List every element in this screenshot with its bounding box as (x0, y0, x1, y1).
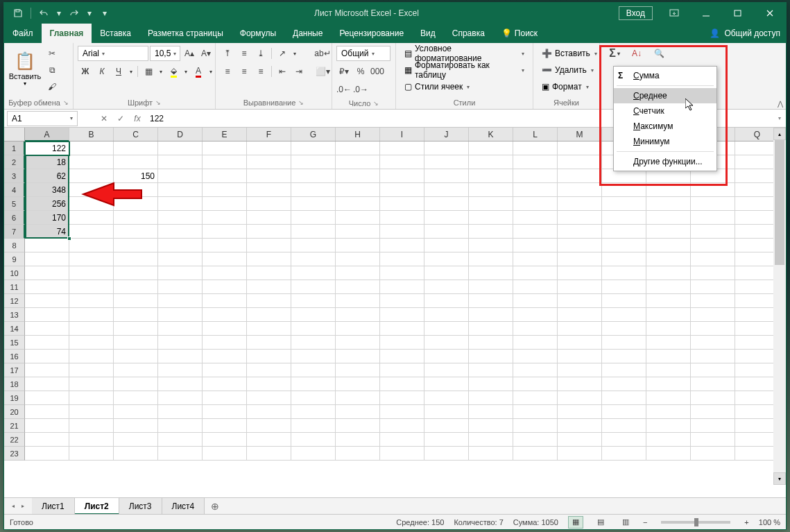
cell[interactable] (69, 266, 114, 280)
cell[interactable] (291, 363, 336, 377)
column-header[interactable]: B (69, 128, 114, 141)
cell[interactable] (513, 405, 558, 419)
view-page-layout-icon[interactable]: ▤ (593, 516, 608, 529)
column-header[interactable]: A (25, 128, 69, 141)
orientation-dropdown-icon[interactable]: ▾ (291, 46, 298, 61)
dialog-launcher-icon[interactable]: ↘ (298, 99, 304, 106)
cell[interactable] (336, 169, 380, 183)
cell[interactable] (336, 294, 380, 308)
cell[interactable] (25, 391, 69, 405)
cell[interactable] (424, 336, 469, 350)
cell[interactable] (602, 447, 646, 461)
cell[interactable] (336, 350, 380, 363)
cell[interactable] (247, 308, 291, 322)
cell[interactable] (469, 294, 513, 308)
zoom-in-button[interactable]: + (744, 518, 748, 526)
cell[interactable] (513, 363, 558, 377)
cell[interactable] (25, 350, 69, 363)
borders-icon[interactable]: ▦ (141, 64, 156, 79)
cell[interactable] (336, 377, 380, 391)
cell[interactable] (469, 183, 513, 197)
cell[interactable] (291, 183, 336, 197)
cell[interactable] (602, 197, 646, 211)
cell[interactable] (291, 419, 336, 433)
undo-icon[interactable] (34, 5, 53, 22)
cell[interactable] (158, 141, 203, 155)
cell[interactable] (558, 183, 602, 197)
cell[interactable] (336, 391, 380, 405)
cell[interactable] (469, 350, 513, 363)
cell[interactable] (336, 183, 380, 197)
cell[interactable] (691, 239, 735, 252)
cell[interactable] (513, 419, 558, 433)
cell[interactable] (247, 155, 291, 169)
cell[interactable] (424, 433, 469, 447)
cell[interactable] (291, 294, 336, 308)
cell[interactable] (691, 350, 735, 363)
cell[interactable] (25, 308, 69, 322)
maximize-icon[interactable] (722, 3, 754, 24)
cell[interactable] (602, 322, 646, 336)
fill-color-dropdown-icon[interactable]: ▾ (182, 64, 189, 79)
sheet-tab[interactable]: Лист4 (162, 498, 205, 515)
cell[interactable] (158, 391, 203, 405)
merge-center-icon[interactable]: ⬜▾ (312, 64, 333, 79)
cell[interactable] (114, 280, 158, 294)
cell[interactable] (203, 336, 247, 350)
menu-item-average[interactable]: Среднее (614, 88, 716, 103)
cell[interactable] (691, 363, 735, 377)
cell[interactable] (513, 252, 558, 266)
borders-dropdown-icon[interactable]: ▾ (157, 64, 164, 79)
sort-filter-icon[interactable]: A↓ (626, 46, 647, 61)
cell[interactable] (291, 280, 336, 294)
cell[interactable] (203, 141, 247, 155)
cell[interactable] (336, 252, 380, 266)
cell[interactable] (424, 266, 469, 280)
cell[interactable] (25, 433, 69, 447)
cell[interactable] (424, 377, 469, 391)
ribbon-options-icon[interactable] (658, 3, 690, 24)
cell[interactable] (513, 169, 558, 183)
cell[interactable] (646, 419, 691, 433)
cell[interactable]: 150 (114, 169, 158, 183)
cell[interactable] (602, 336, 646, 350)
cell[interactable] (424, 280, 469, 294)
cell[interactable] (646, 377, 691, 391)
cell[interactable] (336, 419, 380, 433)
cell[interactable] (380, 280, 424, 294)
cell[interactable] (291, 225, 336, 239)
cell[interactable] (558, 169, 602, 183)
cell[interactable] (646, 280, 691, 294)
view-page-break-icon[interactable]: ▥ (618, 516, 633, 529)
cell[interactable] (114, 377, 158, 391)
cell[interactable] (558, 336, 602, 350)
cell[interactable] (602, 294, 646, 308)
cell[interactable] (424, 225, 469, 239)
zoom-level[interactable]: 100 % (759, 518, 780, 526)
cell[interactable] (424, 308, 469, 322)
cut-icon[interactable]: ✂ (44, 46, 60, 61)
cell[interactable] (602, 308, 646, 322)
row-header[interactable]: 1 (4, 141, 25, 155)
cell[interactable] (25, 322, 69, 336)
cell[interactable] (158, 447, 203, 461)
cell[interactable] (691, 322, 735, 336)
cell[interactable] (602, 169, 646, 183)
row-header[interactable]: 4 (4, 183, 25, 197)
cell[interactable] (291, 211, 336, 225)
cell[interactable] (424, 252, 469, 266)
cell[interactable] (69, 239, 114, 252)
cell[interactable] (69, 280, 114, 294)
tell-me-search[interactable]: 💡Поиск (493, 24, 546, 43)
column-header[interactable]: M (558, 128, 602, 141)
menu-item-sum[interactable]: Σ Сумма (614, 68, 716, 83)
cell[interactable] (336, 225, 380, 239)
cell[interactable] (336, 280, 380, 294)
align-top-icon[interactable]: ⤒ (220, 46, 235, 61)
cell[interactable] (25, 377, 69, 391)
scroll-down-icon[interactable]: ▾ (773, 472, 786, 485)
cell[interactable] (247, 169, 291, 183)
cell[interactable] (247, 419, 291, 433)
row-header[interactable]: 2 (4, 155, 25, 169)
cell[interactable] (469, 252, 513, 266)
